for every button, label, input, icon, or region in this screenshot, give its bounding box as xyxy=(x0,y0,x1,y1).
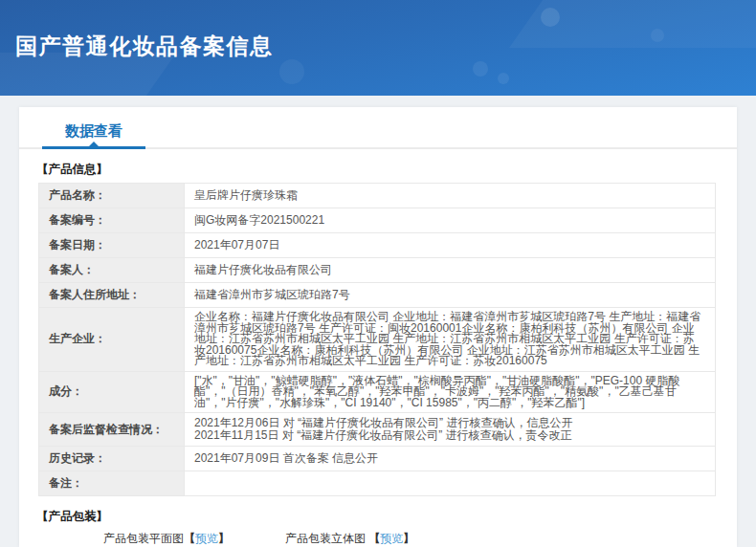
table-row-filer-address: 备案人住所地址： 福建省漳州市芗城区琥珀路7号 xyxy=(39,283,716,308)
packaging-stereo-preview-link[interactable]: 预览 xyxy=(380,531,403,547)
row-label: 备案日期： xyxy=(39,233,185,258)
row-value xyxy=(185,471,716,496)
active-tab-underline xyxy=(42,146,145,149)
row-label: 历史记录： xyxy=(39,447,185,471)
table-row-remarks: 备注： xyxy=(39,471,716,496)
row-value: 企业名称：福建片仔癀化妆品有限公司 企业地址：福建省漳州市芗城区琥珀路7号 生产… xyxy=(185,308,716,372)
bracket-close: 】 xyxy=(403,531,414,547)
row-value: 2021年07月07日 xyxy=(185,233,716,258)
row-value: 福建省漳州市芗城区琥珀路7号 xyxy=(185,283,716,308)
page-title: 国产普通化妆品备案信息 xyxy=(15,32,274,61)
section-title-product-info: 【产品信息】 xyxy=(36,162,737,178)
packaging-stereo-item: 产品包装立体图 【预览】 xyxy=(285,531,414,547)
tab-bar: 数据查看 xyxy=(19,107,737,149)
row-label: 产品名称： xyxy=(39,184,185,208)
decorative-bubble xyxy=(541,8,560,27)
section-title-packaging: 【产品包装】 xyxy=(36,509,737,525)
table-row-ingredients: 成分： ["水"，"甘油"，"鲸蜡硬脂醇"，"液体石蜡"，"棕榈酸异丙酯"，"甘… xyxy=(39,371,716,413)
row-value: 皇后牌片仔癀珍珠霜 xyxy=(185,184,716,208)
content-card: 数据查看 【产品信息】 产品名称： 皇后牌片仔癀珍珠霜 备案编号： 闽G妆网备字… xyxy=(19,107,737,547)
table-row-filer: 备案人： 福建片仔癀化妆品有限公司 xyxy=(39,258,716,283)
row-label: 备案人： xyxy=(39,258,185,283)
row-label: 备案后监督检查情况： xyxy=(39,413,185,447)
row-value: 福建片仔癀化妆品有限公司 xyxy=(185,258,716,283)
bracket-open: 【 xyxy=(368,531,380,547)
packaging-flat-label: 产品包装平面图 xyxy=(103,531,184,547)
supervision-line: 2021年11月15日 对 “福建片仔癀化妆品有限公司” 进行核查确认，责令改正 xyxy=(194,429,705,442)
packaging-flat-item: 产品包装平面图【预览】 xyxy=(103,531,230,547)
product-info-table: 产品名称： 皇后牌片仔癀珍珠霜 备案编号： 闽G妆网备字2021500221 备… xyxy=(38,183,716,496)
row-value: ["水"，"甘油"，"鲸蜡硬脂醇"，"液体石蜡"，"棕榈酸异丙酯"，"甘油硬脂酸… xyxy=(185,371,716,413)
bracket-close: 】 xyxy=(218,531,230,547)
row-value: 2021年12月06日 对 “福建片仔癀化妆品有限公司” 进行核查确认，信息公开… xyxy=(185,413,716,447)
table-row-filing-date: 备案日期： 2021年07月07日 xyxy=(39,233,716,258)
row-label: 备注： xyxy=(39,471,185,496)
table-row-filing-number: 备案编号： 闽G妆网备字2021500221 xyxy=(39,208,716,233)
row-label: 成分： xyxy=(39,371,185,413)
tab-pointer-triangle xyxy=(89,142,99,146)
header-banner: 国产普通化妆品备案信息 xyxy=(0,0,756,96)
row-label: 备案编号： xyxy=(39,208,185,233)
row-value: 闽G妆网备字2021500221 xyxy=(185,208,716,233)
tab-data-view[interactable]: 数据查看 xyxy=(65,122,122,141)
packaging-links-row: 产品包装平面图【预览】 产品包装立体图 【预览】 xyxy=(103,531,737,547)
table-row-manufacturer: 生产企业： 企业名称：福建片仔癀化妆品有限公司 企业地址：福建省漳州市芗城区琥珀… xyxy=(39,308,716,372)
packaging-flat-preview-link[interactable]: 预览 xyxy=(195,531,218,547)
table-row-history: 历史记录： 2021年07月09日 首次备案 信息公开 xyxy=(39,447,716,471)
row-label: 生产企业： xyxy=(39,308,185,372)
decorative-bubble xyxy=(473,61,488,77)
decorative-bubble xyxy=(279,59,304,84)
decorative-bubble xyxy=(651,29,664,42)
bracket-open: 【 xyxy=(184,531,195,547)
packaging-stereo-label: 产品包装立体图 xyxy=(285,531,366,547)
table-row-product-name: 产品名称： 皇后牌片仔癀珍珠霜 xyxy=(39,184,716,208)
decorative-bubble xyxy=(498,73,509,84)
row-value: 2021年07月09日 首次备案 信息公开 xyxy=(185,447,716,471)
row-label: 备案人住所地址： xyxy=(39,283,185,308)
table-row-supervision: 备案后监督检查情况： 2021年12月06日 对 “福建片仔癀化妆品有限公司” … xyxy=(39,413,716,447)
